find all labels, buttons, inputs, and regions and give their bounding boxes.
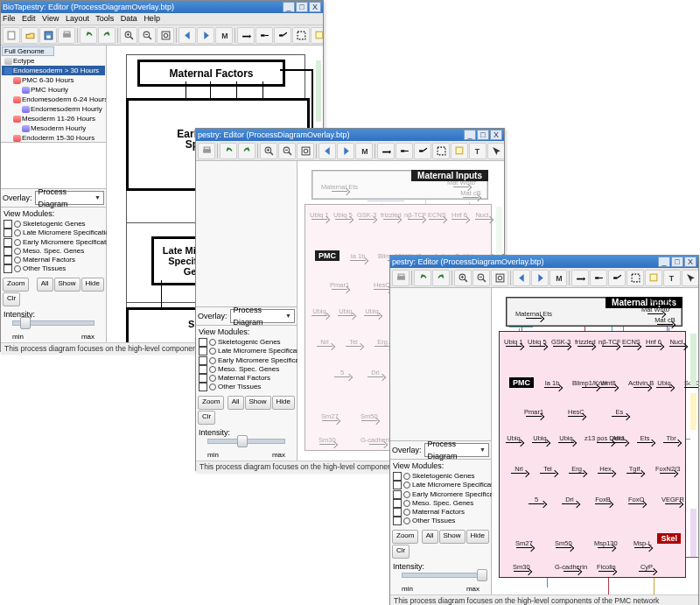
add-link2-icon[interactable] [414,143,431,159]
tree-tab[interactable]: Full Genome [2,46,54,56]
hide-button[interactable]: Hide [466,530,489,544]
module-item[interactable]: Meso. Spec. Genes [4,247,103,256]
module-item[interactable]: Late Micromere Specification Genes [199,347,294,355]
print-icon[interactable] [392,270,410,286]
clr-button[interactable]: Clr [198,411,215,425]
close-icon[interactable]: X [309,2,321,12]
minimize-icon[interactable]: _ [658,257,670,267]
print-icon[interactable] [198,143,215,159]
hide-button[interactable]: Hide [81,278,104,292]
add-gene-icon[interactable] [237,27,255,44]
redo-icon[interactable] [98,27,116,44]
tree-node[interactable]: Endoderm 15-30 Hours [2,133,105,143]
back-icon[interactable] [513,270,530,286]
select-tool-icon[interactable] [487,143,504,159]
module-item[interactable]: Early Micromere Specification Genes [4,238,103,247]
module-item[interactable]: Other Tissues [199,383,294,391]
tree-node[interactable]: Mesoderm 11-26 Hours [2,114,105,123]
add-link-icon[interactable] [396,143,413,159]
clr-button[interactable]: Clr [392,545,410,559]
zoom-button[interactable]: Zoom [392,530,418,544]
add-gene-icon[interactable] [377,143,395,159]
module-item[interactable]: Maternal Factors [393,508,488,517]
module-item[interactable]: Skeletogenic Genes [393,472,488,481]
all-button[interactable]: All [37,278,53,292]
module-item[interactable]: Late Micromere Specification Genes [393,481,488,489]
zoom-button[interactable]: Zoom [198,396,224,410]
module-item[interactable]: Skeletogenic Genes [199,338,294,347]
menubar[interactable]: File Edit View Layout Tools Data Help [1,13,323,25]
tree-node[interactable]: Mesoderm Hourly [2,123,105,133]
intensity-slider[interactable] [12,320,94,326]
menu-edit[interactable]: Edit [22,14,36,23]
zoom-out-icon[interactable] [278,143,296,159]
menu-help[interactable]: Help [144,14,160,23]
module-item[interactable]: Other Tissues [393,517,488,525]
overlay-select[interactable]: Process Diagram [424,443,489,457]
forward-icon[interactable] [197,27,214,44]
module-item[interactable]: Maternal Factors [4,256,103,264]
add-note-icon[interactable] [645,270,662,286]
undo-icon[interactable] [80,27,97,44]
fit-icon[interactable] [157,27,174,44]
add-gene-icon[interactable] [571,270,589,286]
show-button[interactable]: Show [245,396,271,410]
zoom-out-icon[interactable] [138,27,156,44]
zoom-out-icon[interactable] [472,270,490,286]
add-region-icon[interactable] [432,143,450,159]
clr-button[interactable]: Clr [3,292,20,306]
add-region-icon[interactable] [292,27,310,44]
open-icon[interactable] [21,27,38,44]
redo-icon[interactable] [238,143,256,159]
canvas[interactable]: Maternal InputsMaternal EtsMat OtxMat Wn… [492,288,698,594]
undo-icon[interactable] [414,270,431,286]
add-note-icon[interactable] [451,143,468,159]
menu-view[interactable]: View [42,14,59,23]
zoom-button[interactable]: Zoom [3,278,29,292]
maximize-icon[interactable]: □ [296,2,308,12]
add-link-icon[interactable] [256,27,273,44]
tree-node[interactable]: Endomesoderm > 30 Hours [2,66,105,75]
tree-node[interactable]: PMC 6-30 Hours [2,75,105,85]
close-icon[interactable]: X [490,130,502,140]
zoom-in-icon[interactable] [260,143,277,159]
module-item[interactable]: Late Micromere Specification Genes [4,229,103,237]
close-icon[interactable]: X [684,257,696,267]
add-text-icon[interactable]: T [663,270,681,286]
maximize-icon[interactable]: □ [477,130,489,140]
add-text-icon[interactable]: T [469,143,486,159]
module-item[interactable]: Maternal Factors [199,374,294,383]
menu-data[interactable]: Data [121,14,137,23]
fit-icon[interactable] [297,143,314,159]
minimize-icon[interactable]: _ [464,130,476,140]
zoom-in-icon[interactable] [120,27,137,44]
add-note-icon[interactable] [311,27,323,44]
home-icon[interactable]: M [215,27,233,44]
menu-tools[interactable]: Tools [95,14,114,23]
add-link-icon[interactable] [590,270,607,286]
overlay-select[interactable]: Process Diagram [35,191,104,205]
add-region-icon[interactable] [626,270,644,286]
show-button[interactable]: Show [54,278,80,292]
zoom-in-icon[interactable] [454,270,472,286]
minimize-icon[interactable]: _ [283,2,295,12]
add-link2-icon[interactable] [608,270,626,286]
overlay-select[interactable]: Process Diagram [230,309,295,323]
forward-icon[interactable] [531,270,549,286]
select-tool-icon[interactable] [682,270,698,286]
menu-file[interactable]: File [3,14,16,23]
tree-node[interactable]: PMC Hourly [2,85,105,95]
tree-panel[interactable]: Full Genome EctypeEndomesoderm > 30 Hour… [1,46,106,143]
back-icon[interactable] [318,143,336,159]
print-icon[interactable] [58,27,75,44]
home-icon[interactable]: M [550,270,567,286]
tree-node[interactable]: Endomesoderm 6-24 Hours [2,95,105,104]
menu-layout[interactable]: Layout [66,14,89,23]
maximize-icon[interactable]: □ [671,257,683,267]
forward-icon[interactable] [337,143,354,159]
show-button[interactable]: Show [439,530,466,544]
add-link2-icon[interactable] [274,27,291,44]
home-icon[interactable]: M [355,143,373,159]
module-item[interactable]: Early Micromere Specification Genes [199,356,294,365]
module-item[interactable]: Other Tissues [4,264,103,273]
